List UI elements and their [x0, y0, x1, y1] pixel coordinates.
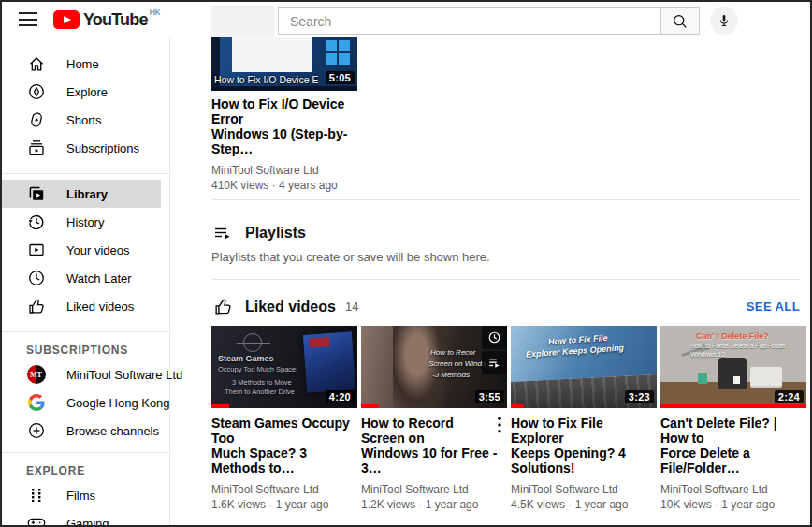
video-card[interactable]: How to Recor Screen on Windo -3 Methods … [361, 326, 507, 511]
channel-avatar: MT [26, 365, 46, 385]
voice-search-button[interactable] [710, 7, 738, 35]
sidebar-item-liked-videos[interactable]: Liked videos [2, 292, 161, 320]
section-description: Playlists that you create or save will b… [211, 250, 800, 264]
sidebar-item-label: Home [66, 57, 99, 71]
library-content: How to Fix I/O Device E 5:05 How to Fix … [170, 37, 810, 525]
video-card[interactable]: Steam Games Occupy Too Much Space! 3 Met… [211, 326, 357, 511]
sidebar-item-label: Gaming [66, 517, 109, 527]
game-controller-icon [26, 514, 46, 527]
plus-circle-icon [26, 421, 46, 441]
shorts-icon [26, 110, 46, 130]
video-stats: 1.2K views · 1 year ago [361, 498, 507, 511]
video-channel[interactable]: MiniTool Software Ltd [511, 483, 657, 496]
compass-icon [26, 82, 46, 102]
video-title[interactable]: How to Fix I/O Device ErrorWindows 10 (S… [211, 96, 357, 156]
library-icon [26, 184, 46, 204]
video-stats: 10K views · 1 year ago [660, 498, 806, 511]
video-title[interactable]: Can't Delete File? | How toForce Delete … [660, 416, 799, 476]
sidebar-item-watch-later[interactable]: Watch Later [2, 264, 161, 292]
sidebar-item-home[interactable]: Home [2, 50, 161, 78]
video-thumbnail[interactable]: Steam Games Occupy Too Much Space! 3 Met… [211, 326, 357, 408]
watch-progress-bar [211, 404, 229, 408]
video-card-top[interactable]: How to Fix I/O Device E 5:05 How to Fix … [211, 37, 357, 192]
queue-play-icon [487, 356, 501, 370]
search-input[interactable] [278, 7, 661, 35]
sidebar-item-label: Library [66, 187, 108, 201]
logo-region-label: HK [150, 7, 161, 17]
add-to-queue-overlay-button[interactable] [482, 351, 507, 374]
video-thumbnail[interactable]: Can' t Delete File? How to Force Delete … [660, 326, 806, 408]
channel-name: MiniTool Software Ltd [66, 368, 182, 382]
liked-videos-row: Steam Games Occupy Too Much Space! 3 Met… [211, 326, 800, 511]
sidebar-item-library[interactable]: Library [2, 180, 161, 208]
youtube-library-page: YouTube HK Home Explore Sh [0, 0, 812, 527]
video-stats: 410K views · 4 years ago [211, 179, 357, 192]
explore-section-header: EXPLORE [2, 453, 169, 481]
sidebar-item-label: Watch Later [66, 271, 132, 285]
video-card[interactable]: Can' t Delete File? How to Force Delete … [660, 326, 806, 511]
video-channel[interactable]: MiniTool Software Ltd [211, 164, 357, 177]
sidebar-item-label: History [66, 215, 104, 229]
search-button[interactable] [661, 7, 700, 35]
duration-badge: 5:05 [326, 71, 355, 84]
video-channel[interactable]: MiniTool Software Ltd [660, 483, 806, 496]
video-thumbnail[interactable]: How to Fix File Explorer Keeps Opening 3… [511, 326, 657, 408]
watch-progress-bar [511, 404, 524, 408]
clock-icon [487, 330, 501, 344]
sidebar-item-history[interactable]: History [2, 208, 161, 236]
film-strip-icon [26, 486, 46, 505]
sidebar-item-explore[interactable]: Explore [2, 78, 161, 106]
sidebar-item-label: Shorts [66, 113, 102, 127]
section-title: Playlists [245, 225, 306, 242]
sidebar-item-browse-channels[interactable]: Browse channels [2, 417, 161, 445]
history-icon [26, 212, 46, 232]
sidebar-item-gaming[interactable]: Gaming [2, 509, 161, 527]
sidebar-item-films[interactable]: Films [2, 481, 161, 509]
sidebar-item-subscriptions[interactable]: Subscriptions [2, 134, 161, 162]
sidebar-subscription-minitool[interactable]: MT MiniTool Software Ltd [2, 360, 161, 388]
duration-badge: 4:20 [326, 390, 355, 403]
video-channel[interactable]: MiniTool Software Ltd [211, 483, 357, 496]
sidebar-item-your-videos[interactable]: Your videos [2, 236, 161, 264]
liked-count: 14 [345, 300, 358, 314]
youtube-logo[interactable]: YouTube HK [53, 9, 161, 30]
video-title[interactable]: How to Fix File ExplorerKeeps Opening? 4… [511, 416, 649, 476]
sidebar-item-label: Explore [66, 85, 108, 99]
playlists-icon [211, 223, 234, 243]
watch-progress-bar [361, 404, 379, 408]
cropped-thumbnail-remnant [211, 6, 274, 37]
video-stats: 4.5K views · 1 year ago [511, 498, 657, 511]
sidebar-item-shorts[interactable]: Shorts [2, 106, 161, 134]
video-title[interactable]: How to Record Screen onWindows 10 for Fr… [361, 416, 500, 476]
sidebar-item-label: Subscriptions [66, 141, 139, 155]
video-thumbnail[interactable]: How to Recor Screen on Windo -3 Methods … [361, 326, 507, 408]
play-box-icon [26, 241, 46, 260]
playlists-section: Playlists Playlists that you create or s… [211, 200, 800, 264]
video-thumbnail[interactable]: How to Fix I/O Device E 5:05 [211, 37, 357, 91]
microphone-icon [717, 13, 732, 28]
channel-name: Google Hong Kong [66, 396, 170, 410]
video-channel[interactable]: MiniTool Software Ltd [361, 483, 507, 496]
subscriptions-section-header: SUBSCRIPTIONS [2, 332, 169, 360]
video-card[interactable]: How to Fix File Explorer Keeps Opening 3… [511, 326, 657, 511]
video-options-kebab-icon[interactable] [492, 414, 507, 436]
home-icon [26, 54, 46, 74]
video-title[interactable]: Steam Games Occupy TooMuch Space? 3 Meth… [211, 416, 350, 476]
liked-videos-section: Liked videos 14 SEE ALL Steam Games Occu… [211, 297, 800, 511]
see-all-link[interactable]: SEE ALL [747, 300, 800, 314]
section-title: Liked videos [245, 299, 336, 315]
guide-menu-icon[interactable] [19, 12, 37, 26]
sidebar-subscription-google-hk[interactable]: Google Hong Kong [2, 388, 161, 417]
duration-badge: 3:23 [625, 390, 654, 403]
duration-badge: 3:55 [475, 390, 504, 403]
top-header: YouTube HK [2, 2, 810, 37]
clock-icon [26, 269, 46, 288]
video-stats: 1.6K views · 1 year ago [211, 498, 357, 511]
guide-sidebar: Home Explore Shorts Subscriptions Librar… [2, 37, 170, 525]
google-logo-icon [26, 393, 46, 413]
youtube-play-icon [53, 10, 80, 29]
watch-progress-bar [660, 404, 806, 408]
youtube-logo-text: YouTube [83, 9, 148, 30]
sidebar-item-label: Your videos [66, 243, 129, 257]
watch-later-overlay-button[interactable] [482, 326, 507, 349]
